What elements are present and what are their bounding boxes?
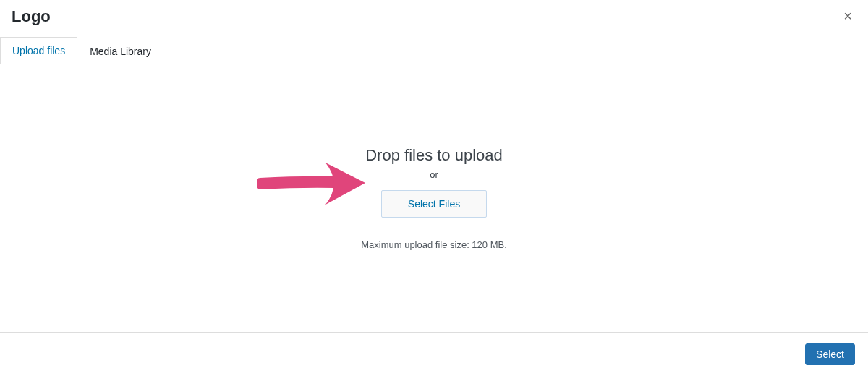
modal-title: Logo [12,7,856,26]
modal-header: Logo × [0,0,868,36]
max-upload-size-label: Maximum upload file size: 120 MB. [361,239,507,250]
close-button[interactable]: × [836,4,859,27]
tab-media-library[interactable]: Media Library [77,38,163,64]
select-files-button[interactable]: Select Files [381,190,487,218]
modal-footer: Select [0,332,868,368]
tab-upload-files[interactable]: Upload files [0,37,77,64]
arrow-right-annotation-icon [257,158,373,209]
or-label: or [430,169,438,180]
select-button[interactable]: Select [805,343,855,365]
tabs-bar: Upload files Media Library [0,36,868,64]
upload-dropzone[interactable]: Drop files to upload or Select Files Max… [0,64,868,332]
drop-files-heading: Drop files to upload [365,146,503,165]
close-icon: × [843,8,852,24]
